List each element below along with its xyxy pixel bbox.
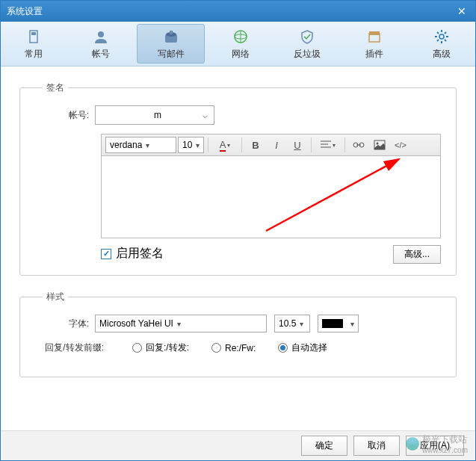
account-icon	[92, 28, 110, 46]
svg-rect-1	[31, 32, 36, 35]
svg-line-16	[437, 32, 439, 34]
account-label: 帐号:	[35, 109, 95, 122]
enable-signature-checkbox[interactable]: ✓	[101, 249, 111, 259]
svg-point-2	[98, 31, 104, 37]
font-label: 字体:	[35, 318, 95, 330]
svg-point-27	[377, 143, 379, 145]
tab-plugins[interactable]: 插件	[341, 22, 409, 66]
italic-button[interactable]: I	[267, 137, 286, 153]
radio-reply-forward[interactable]: 回复:/转发:	[132, 341, 189, 354]
tab-advanced[interactable]: 高级	[408, 22, 475, 66]
signature-legend: 签名	[43, 81, 68, 94]
enable-signature-label: 启用签名	[116, 246, 164, 262]
shield-icon	[298, 28, 316, 46]
close-button[interactable]: ✕	[454, 4, 469, 19]
cancel-button[interactable]: 取消	[353, 436, 400, 456]
link-button[interactable]	[349, 137, 368, 153]
source-button[interactable]: </>	[391, 137, 410, 153]
tab-antispam[interactable]: 反垃圾	[274, 22, 341, 66]
tab-compose[interactable]: 写邮件	[137, 24, 205, 64]
main-toolbar: 常用 帐号 写邮件 网络 反垃圾 插件 高级	[1, 22, 475, 66]
svg-rect-5	[170, 31, 173, 34]
titlebar: 系统设置 ✕	[1, 1, 475, 22]
style-legend: 样式	[43, 291, 68, 303]
tab-account[interactable]: 帐号	[68, 22, 135, 66]
prefix-label: 回复/转发前缀:	[35, 341, 110, 354]
content-area: 签名 帐号: m verdana 10 A▾ B I U	[1, 66, 475, 407]
svg-rect-10	[369, 31, 380, 35]
footer: 确定 取消 应用(A) 极光下载站 www.xz7.com	[1, 430, 475, 460]
align-button[interactable]: ▾	[315, 137, 341, 153]
font-name-select[interactable]: verdana	[105, 137, 176, 153]
signature-editor[interactable]	[101, 156, 441, 238]
bold-button[interactable]: B	[246, 137, 265, 153]
settings-window: 系统设置 ✕ 常用 帐号 写邮件 网络 反垃圾 插件 高级	[0, 0, 476, 461]
image-button[interactable]	[370, 137, 389, 153]
style-group: 样式 字体: Microsoft YaHei UI 10.5 回复/转发前缀: …	[19, 291, 457, 377]
svg-line-18	[437, 40, 439, 41]
apply-button[interactable]: 应用(A)	[406, 436, 464, 456]
window-title: 系统设置	[7, 5, 454, 18]
signature-advanced-button[interactable]: 高级...	[393, 245, 441, 264]
svg-line-19	[445, 32, 446, 34]
gear-icon	[433, 28, 451, 46]
network-icon	[232, 28, 250, 46]
font-color-button[interactable]: A▾	[212, 137, 238, 153]
tab-general[interactable]: 常用	[1, 22, 68, 66]
account-dropdown[interactable]: m	[95, 105, 214, 125]
font-family-select[interactable]: Microsoft YaHei UI	[95, 315, 267, 332]
font-size-select-style[interactable]: 10.5	[274, 315, 310, 332]
editor-toolbar: verdana 10 A▾ B I U ▾ </>	[101, 134, 441, 156]
general-icon	[25, 28, 43, 46]
signature-group: 签名 帐号: m verdana 10 A▾ B I U	[19, 81, 457, 276]
underline-button[interactable]: U	[288, 137, 307, 153]
plugin-icon	[365, 28, 383, 46]
font-size-select[interactable]: 10	[178, 137, 204, 153]
compose-icon	[162, 28, 180, 46]
radio-re-fw[interactable]: Re:/Fw:	[211, 341, 256, 354]
font-color-select[interactable]	[318, 315, 359, 332]
svg-point-11	[439, 34, 444, 39]
radio-auto[interactable]: 自动选择	[278, 341, 327, 354]
svg-line-28	[266, 159, 399, 231]
tab-network[interactable]: 网络	[207, 22, 274, 66]
ok-button[interactable]: 确定	[301, 436, 347, 456]
svg-line-17	[445, 40, 446, 41]
